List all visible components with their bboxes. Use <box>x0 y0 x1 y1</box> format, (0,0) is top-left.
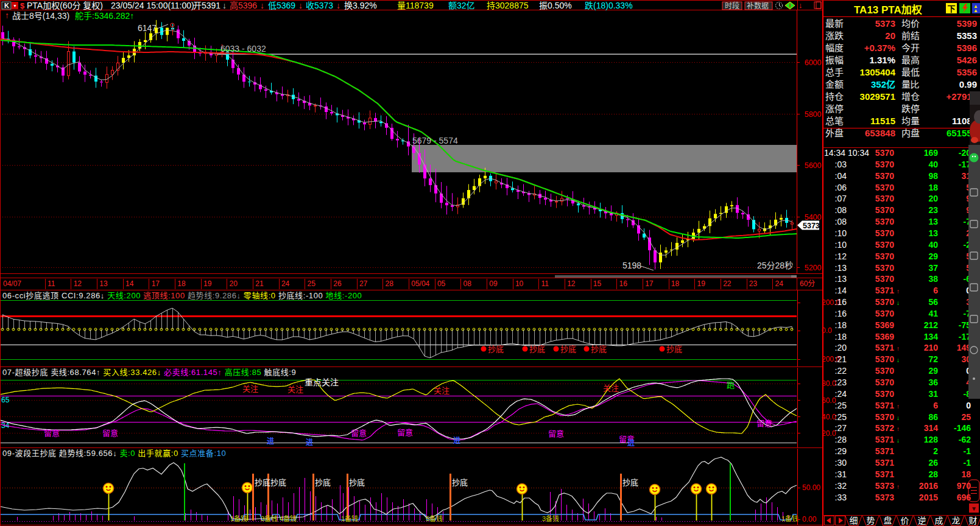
svg-text:37: 37 <box>928 263 938 273</box>
svg-text:08: 08 <box>464 279 472 288</box>
svg-text:09: 09 <box>489 279 498 288</box>
svg-text:36: 36 <box>928 377 938 387</box>
svg-text:振0.50%: 振0.50% <box>539 1 572 10</box>
svg-text:13: 13 <box>99 279 108 288</box>
svg-text:212: 212 <box>924 320 939 330</box>
svg-text:20.0: 20.0 <box>822 429 836 438</box>
svg-text:0: 0 <box>966 401 971 410</box>
svg-text:↑: ↑ <box>5 10 9 20</box>
svg-text:28: 28 <box>386 279 394 288</box>
svg-text:跌停: 跌停 <box>901 103 920 114</box>
svg-text:持3028875: 持3028875 <box>487 1 529 10</box>
svg-text:均量: 均量 <box>901 116 920 126</box>
svg-text:5198: 5198 <box>622 261 641 270</box>
svg-text:跌(18)0.33%: 跌(18)0.33% <box>585 1 633 10</box>
svg-text:60.0: 60.0 <box>822 396 836 405</box>
svg-text:增仓: 增仓 <box>901 91 920 102</box>
svg-text:5371: 5371 <box>875 446 894 456</box>
svg-text:314: 314 <box>924 423 939 433</box>
svg-text:-1: -1 <box>964 458 971 468</box>
svg-text:653848: 653848 <box>865 128 895 138</box>
svg-text:18: 18 <box>961 469 971 479</box>
svg-text:05/04: 05/04 <box>411 279 429 288</box>
svg-text:86: 86 <box>928 412 938 422</box>
svg-text::24: :24 <box>835 389 847 399</box>
svg-text:5373: 5373 <box>875 481 894 491</box>
svg-text:抄底: 抄底 <box>315 478 331 487</box>
svg-text::25: :25 <box>835 401 847 410</box>
svg-text:下: 下 <box>948 4 956 13</box>
svg-text:抄底: 抄底 <box>529 345 545 354</box>
svg-text:24: 24 <box>281 279 290 288</box>
svg-text:↓: ↓ <box>897 437 900 444</box>
svg-text:38: 38 <box>928 274 938 284</box>
svg-text:41: 41 <box>928 309 938 318</box>
svg-text:5356: 5356 <box>957 67 977 77</box>
svg-text:5426: 5426 <box>957 55 977 65</box>
svg-text:价: 价 <box>901 516 909 525</box>
svg-text::08: :08 <box>835 217 847 226</box>
svg-text:65: 65 <box>1 396 10 404</box>
svg-text:20: 20 <box>928 194 938 203</box>
svg-text:18: 18 <box>671 279 680 288</box>
svg-text:额32亿: 额32亿 <box>448 1 475 10</box>
svg-text:09-波段王抄底 趋势线:59.656↓ 卖:0 出手就赢:: 09-波段王抄底 趋势线:59.656↓ 卖:0 出手就赢:0 买点准备:10 <box>2 449 226 458</box>
svg-text:14:34: 14:34 <box>824 148 845 158</box>
svg-text::25: :25 <box>835 412 847 422</box>
svg-text:留意: 留意 <box>102 429 118 438</box>
svg-text:抄底: 抄底 <box>666 345 682 354</box>
svg-text:6: 6 <box>933 286 938 295</box>
svg-text:21: 21 <box>255 279 264 288</box>
svg-text:低5369: 低5369 <box>268 1 295 10</box>
svg-text:2016: 2016 <box>919 481 938 491</box>
svg-text:+0.37%: +0.37% <box>864 43 895 53</box>
svg-text:23: 23 <box>928 205 938 215</box>
svg-text:5370: 5370 <box>875 389 894 399</box>
svg-text:龙: 龙 <box>952 516 961 525</box>
svg-text:5370: 5370 <box>875 251 894 261</box>
svg-text::10: :10 <box>835 228 847 238</box>
svg-text:5370: 5370 <box>875 377 894 387</box>
svg-text::33: :33 <box>835 493 847 502</box>
svg-text:↓: ↓ <box>222 1 227 10</box>
svg-text::08: :08 <box>835 205 847 215</box>
svg-text:抄底: 抄底 <box>452 478 468 487</box>
svg-text:5373: 5373 <box>875 18 895 29</box>
svg-text:5370: 5370 <box>875 240 894 250</box>
svg-text:5369: 5369 <box>875 332 894 342</box>
svg-text:5370: 5370 <box>875 366 894 376</box>
svg-text:06-cci抄底逃顶 CCI:9.286↓ 天线:200 逃: 06-cci抄底逃顶 CCI:9.286↓ 天线:200 逃顶线:100 趋势线… <box>2 291 362 300</box>
svg-text:5370: 5370 <box>875 194 894 203</box>
svg-text:进: 进 <box>627 438 635 447</box>
svg-text:留意: 留意 <box>351 429 367 438</box>
svg-text:12: 12 <box>567 279 576 288</box>
svg-text:盘: 盘 <box>884 516 892 525</box>
svg-text:补数据: 补数据 <box>747 1 769 10</box>
svg-text:24: 24 <box>775 279 783 288</box>
svg-text:18: 18 <box>177 279 186 288</box>
svg-text:696: 696 <box>957 493 971 502</box>
svg-text:5396: 5396 <box>957 43 977 53</box>
svg-text:-62: -62 <box>959 435 971 444</box>
svg-text:▲: ▲ <box>973 8 978 13</box>
svg-text:↓: ↓ <box>897 300 900 306</box>
svg-text::14: :14 <box>835 286 847 295</box>
svg-text:5800: 5800 <box>805 110 822 119</box>
svg-text:外盘: 外盘 <box>825 128 844 138</box>
svg-text:20: 20 <box>885 30 895 41</box>
svg-text:-1: -1 <box>964 446 971 456</box>
svg-text:抄底: 抄底 <box>560 345 576 354</box>
svg-text:13: 13 <box>928 228 938 238</box>
svg-text::16: :16 <box>835 297 847 307</box>
svg-text:4备钱: 4备钱 <box>280 514 297 522</box>
svg-text::13: :13 <box>835 263 847 273</box>
svg-text:跑: 跑 <box>727 380 735 390</box>
svg-text:量比: 量比 <box>901 79 920 89</box>
svg-text::10: :10 <box>835 240 847 250</box>
svg-text:11: 11 <box>48 279 55 288</box>
svg-text:0.99: 0.99 <box>959 79 977 89</box>
svg-text:5370: 5370 <box>875 412 894 422</box>
svg-text:战士8号(14,33): 战士8号(14,33) <box>12 11 69 21</box>
svg-text:27: 27 <box>359 279 368 288</box>
svg-text:98: 98 <box>928 171 938 181</box>
